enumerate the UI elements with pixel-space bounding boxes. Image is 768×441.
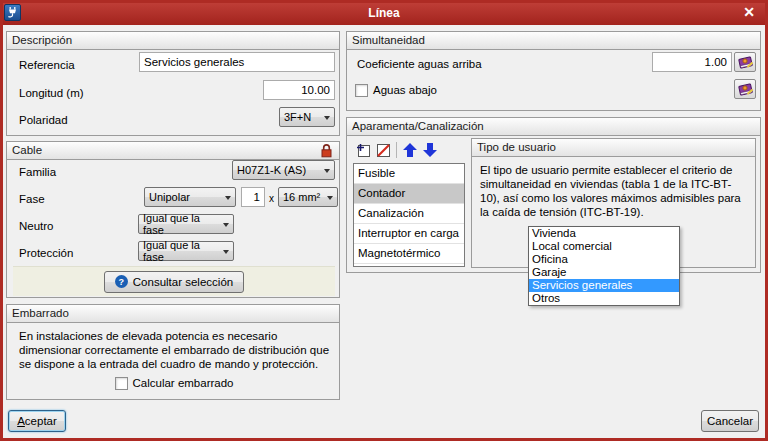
descripcion-group-title: Descripción [12,34,72,46]
chevron-down-icon [324,169,330,176]
tipo-usuario-option[interactable]: Servicios generales [529,279,679,292]
familia-value: H07Z1-K (AS) [237,164,306,176]
aceptar-button[interactable]: Aceptar [8,410,66,432]
aguas-abajo-row: Aguas abajo [355,80,437,100]
fase-cantidad-input[interactable] [241,187,265,207]
coeficiente-library-book-icon[interactable] [734,52,756,72]
consultar-strip: ? Consultar selección [13,266,335,296]
neutro-label: Neutro [19,216,54,236]
aceptar-label: Aceptar [17,415,57,427]
proteccion-value: Igual que la fase [143,239,219,263]
simultaneidad-group: Simultaneidad Coeficiente aguas arriba A… [346,31,761,111]
embarrado-group-title: Embarrado [12,307,69,319]
embarrado-group-header: Embarrado [7,305,339,323]
polaridad-select[interactable]: 3F+N [279,107,335,127]
help-icon: ? [115,275,128,288]
longitud-label: Longitud (m) [19,83,84,103]
aparamenta-list-item[interactable]: Magnetotérmico [354,244,464,264]
familia-select[interactable]: H07Z1-K (AS) [232,160,335,180]
coeficiente-input[interactable] [652,52,732,72]
coeficiente-label: Coeficiente aguas arriba [357,54,482,74]
descripcion-group-header: Descripción [7,32,339,50]
fase-label: Fase [19,189,45,209]
simultaneidad-group-title: Simultaneidad [352,34,425,46]
cable-group-header: Cable [7,142,339,160]
fase-mult-label: x [269,189,274,209]
consultar-seleccion-label: Consultar selección [133,276,233,288]
move-up-button[interactable] [400,140,420,160]
toolbar-separator [396,142,397,158]
fase-seccion-select[interactable]: 16 mm² [278,187,338,207]
proteccion-label: Protección [19,243,73,263]
proteccion-select[interactable]: Igual que la fase [138,241,234,261]
aparamenta-list-item[interactable]: Interruptor en carga [354,224,464,244]
simultaneidad-group-header: Simultaneidad [347,32,760,50]
calcular-embarrado-row: Calcular embarrado [7,373,341,393]
fase-tipo-value: Unipolar [149,191,190,203]
close-icon[interactable]: ✕ [740,3,758,21]
calcular-embarrado-label: Calcular embarrado [133,373,234,393]
tipo-usuario-option[interactable]: Oficina [529,253,679,266]
tipo-usuario-option[interactable]: Local comercial [529,240,679,253]
polaridad-label: Polaridad [19,110,68,130]
tipo-usuario-option[interactable]: Otros [529,292,679,305]
longitud-input[interactable] [263,80,335,100]
tipo-usuario-group-header: Tipo de usuario [472,139,755,157]
cancelar-label: Cancelar [707,415,753,427]
aparamenta-list-item[interactable]: Canalización [354,204,464,224]
cancelar-button[interactable]: Cancelar [701,410,759,432]
fase-tipo-select[interactable]: Unipolar [144,187,236,207]
neutro-select[interactable]: Igual que la fase [138,214,234,234]
chevron-down-icon [223,250,229,257]
cable-group: Cable Familia H07Z1-K (AS) Fase Unipolar… [6,141,340,298]
polaridad-value: 3F+N [284,111,311,123]
dialog-title: Línea [0,6,768,20]
arrow-down-icon [423,143,437,157]
aparamenta-list-item[interactable]: Contador [354,184,464,204]
neutro-value: Igual que la fase [143,212,219,236]
tipo-usuario-option[interactable]: Garaje [529,266,679,279]
tipo-usuario-option[interactable]: Vivienda [529,227,679,240]
aparamenta-group-title: Aparamenta/Canalización [352,120,484,132]
add-icon [356,143,371,158]
aguas-abajo-label: Aguas abajo [373,80,437,100]
tipo-usuario-dropdown-popup: ViviendaLocal comercialOficinaGarajeServ… [528,226,680,306]
embarrado-group: Embarrado En instalaciones de elevada po… [6,304,340,400]
cable-group-title: Cable [12,144,42,156]
aparamenta-list: FusibleContadorCanalizaciónInterruptor e… [353,163,465,267]
consultar-seleccion-button[interactable]: ? Consultar selección [104,271,244,293]
delete-icon [376,143,391,158]
familia-label: Familia [19,162,56,182]
chevron-down-icon [324,116,330,123]
aparamenta-list-item[interactable]: Fusible [354,164,464,184]
titlebar: Línea ✕ [0,0,768,25]
aparamenta-toolbar [353,140,440,160]
add-item-button[interactable] [353,140,373,160]
chevron-down-icon [327,196,333,203]
aparamenta-group-header: Aparamenta/Canalización [347,118,760,136]
referencia-label: Referencia [19,55,75,75]
linea-dialog: Línea ✕ Descripción Referencia Longitud … [0,0,768,441]
chevron-down-icon [223,223,229,230]
arrow-up-icon [403,143,417,157]
calcular-embarrado-checkbox[interactable] [115,377,128,390]
aguas-abajo-library-book-icon[interactable] [734,79,756,99]
referencia-input[interactable] [139,52,335,72]
delete-item-button[interactable] [373,140,393,160]
chevron-down-icon [225,196,231,203]
fase-seccion-value: 16 mm² [283,191,320,203]
descripcion-group: Descripción Referencia Longitud (m) Pola… [6,31,340,136]
aguas-abajo-checkbox[interactable] [355,84,368,97]
move-down-button[interactable] [420,140,440,160]
embarrado-description: En instalaciones de elevada potencia es … [19,329,333,371]
tipo-usuario-group-title: Tipo de usuario [477,141,556,153]
tipo-usuario-description: El tipo de usuario permite establecer el… [480,163,750,219]
